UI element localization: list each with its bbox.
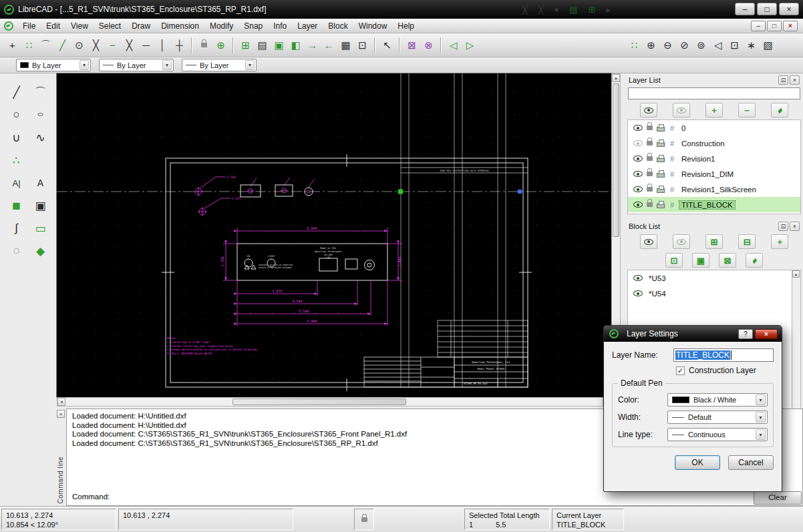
zoom-auto-icon[interactable]: ⊚ <box>693 37 709 53</box>
measure-tool-icon[interactable]: ▭ <box>31 219 51 238</box>
mdi-minimize-button[interactable]: – <box>751 21 766 31</box>
layer-print-icon[interactable] <box>657 142 665 147</box>
menu-modify[interactable]: Modify <box>204 19 238 33</box>
menu-layer[interactable]: Layer <box>292 19 323 33</box>
width-select[interactable]: Default ▾ <box>667 411 768 424</box>
scroll-up-icon[interactable]: ▴ <box>612 74 620 82</box>
block-row[interactable]: *U54 <box>628 286 800 301</box>
line-tool-icon[interactable]: ╱ <box>7 83 27 101</box>
snap-middle-icon[interactable]: ╳ <box>88 37 104 53</box>
menu-help[interactable]: Help <box>392 19 420 33</box>
toolbar-menu-icon[interactable]: ▾ <box>554 5 559 15</box>
snap-free-icon[interactable]: + <box>4 37 21 53</box>
print-preview-icon[interactable]: ⊡ <box>354 37 371 53</box>
grid-toggle-icon[interactable]: ∷ <box>626 37 643 53</box>
next-view-icon[interactable]: ▷ <box>462 37 478 53</box>
layer-hidden-icon[interactable] <box>633 140 643 146</box>
snap-intersection-icon[interactable]: ╳ <box>538 5 544 15</box>
save-drawing-icon[interactable]: ▣ <box>271 37 287 53</box>
modify-layer-button[interactable]: ▰ <box>771 103 788 117</box>
pen-linetype-select[interactable]: By Layer ▾ <box>182 59 257 71</box>
menu-dimension[interactable]: Dimension <box>156 19 204 33</box>
snap-endpoint-icon[interactable]: ⌒ <box>37 37 54 53</box>
zoom-in-icon[interactable]: ⊕ <box>643 37 659 53</box>
drawing-canvas[interactable]: ZONE REV DESCRIPTION DATE APPROVED ON LI… <box>57 73 611 397</box>
set-relative-zero-icon[interactable]: ⊕ <box>212 37 229 53</box>
layer-lock-icon[interactable] <box>647 156 653 161</box>
add-block-button[interactable]: + <box>771 234 788 249</box>
explode-icon[interactable]: ⊗ <box>420 37 437 53</box>
pen-color-select[interactable]: By Layer ▾ <box>16 59 91 71</box>
snap-distance-icon[interactable]: − <box>104 37 121 53</box>
cancel-button[interactable]: Cancel <box>728 455 774 470</box>
show-all-blocks-button[interactable] <box>640 234 657 249</box>
dialog-help-button[interactable]: ? <box>738 329 753 339</box>
layer-row[interactable]: # Revision1_DIM <box>628 166 800 182</box>
layer-row[interactable]: # Construction <box>628 136 800 151</box>
float-panel-icon[interactable]: ⊡ <box>778 222 788 231</box>
open-drawing-icon[interactable]: ▤ <box>254 37 271 53</box>
new-drawing-icon[interactable]: ⊞ <box>237 37 254 53</box>
construction-layer-checkbox[interactable]: ✓ <box>676 366 685 375</box>
curve-tool-icon[interactable]: ∪ <box>7 128 27 147</box>
freehand-tool-icon[interactable]: ∫ <box>7 219 27 238</box>
mdi-close-button[interactable]: × <box>783 21 798 31</box>
circle-tool-icon[interactable]: ○ <box>7 105 27 124</box>
close-panel-icon[interactable]: × <box>790 75 800 85</box>
scroll-up-icon[interactable]: ▴ <box>792 270 800 278</box>
draft-mode-icon[interactable]: ▧ <box>760 37 776 53</box>
edit-block-icon[interactable]: ⊠ <box>404 37 420 53</box>
snap-grid-icon[interactable]: ∷ <box>21 37 37 53</box>
layer-lock-icon[interactable] <box>647 141 653 146</box>
close-command-dock-icon[interactable]: × <box>57 410 65 418</box>
layer-construction-icon[interactable]: # <box>669 155 675 163</box>
layer-print-icon[interactable] <box>657 127 665 131</box>
command-prompt[interactable]: Command: <box>72 493 110 502</box>
restrict-vertical-icon[interactable]: │ <box>154 37 171 53</box>
mtext-tool-icon[interactable]: A <box>31 174 51 192</box>
layer-construction-icon[interactable]: # <box>669 170 675 178</box>
zoom-previous-icon[interactable]: ◁ <box>709 37 726 53</box>
text-tool-icon[interactable]: A| <box>7 174 27 192</box>
edit-block-button[interactable]: ⊡ <box>665 253 683 268</box>
menu-draw[interactable]: Draw <box>126 19 156 33</box>
rename-block-button[interactable]: ▰ <box>746 253 763 268</box>
menu-snap[interactable]: Snap <box>238 19 268 33</box>
block-visible-icon[interactable] <box>633 275 643 281</box>
spline-tool-icon[interactable]: ∿ <box>31 128 51 147</box>
layer-visible-icon[interactable] <box>633 186 643 192</box>
layer-print-icon[interactable] <box>657 173 665 178</box>
show-all-layers-button[interactable] <box>640 103 657 117</box>
layer-visible-icon[interactable] <box>633 156 643 162</box>
layer-construction-icon[interactable]: # <box>669 186 675 194</box>
selection-pointer-icon[interactable]: ↖ <box>379 37 395 53</box>
insert-block-button[interactable]: ⊠ <box>719 253 736 268</box>
save-block-button[interactable]: ▣ <box>692 253 709 268</box>
snap-middle-icon[interactable]: ╳ <box>522 5 528 15</box>
vertical-scroll-thumb[interactable] <box>613 83 619 237</box>
layer-row[interactable]: # 0 <box>628 120 800 136</box>
layer-lock-icon[interactable] <box>647 202 653 207</box>
layer-name-input[interactable]: TITLE_BLOCK <box>673 348 774 362</box>
snap-center-icon[interactable]: ⊙ <box>71 37 88 53</box>
layer-visible-icon[interactable] <box>633 125 643 131</box>
add-layer-button[interactable]: + <box>705 103 723 117</box>
zoom-redraw-icon[interactable]: ⊘ <box>676 37 693 53</box>
layer-construction-icon[interactable]: # <box>669 201 675 209</box>
lock-relative-zero-icon[interactable] <box>196 37 212 53</box>
block-visible-icon[interactable] <box>633 290 643 296</box>
dialog-titlebar[interactable]: Layer Settings ? × <box>604 326 782 342</box>
layer-construction-icon[interactable]: # <box>669 140 675 148</box>
scroll-left-icon[interactable]: ◂ <box>57 398 65 406</box>
layer-construction-icon[interactable]: # <box>669 124 675 132</box>
export-icon[interactable]: ← <box>321 37 337 53</box>
ellipse-tool-icon[interactable]: ○ <box>31 109 51 121</box>
grid-icon[interactable]: ⊞ <box>588 5 595 15</box>
leader-tool-icon[interactable]: ◌ <box>7 242 27 260</box>
layer-row[interactable]: # Revision1_SilkScreen <box>628 182 800 197</box>
remove-layer-button[interactable]: − <box>738 103 756 117</box>
remove-block-button[interactable]: ⊟ <box>738 234 756 249</box>
pen-width-select[interactable]: By Layer ▾ <box>99 59 174 71</box>
import-icon[interactable]: → <box>304 37 321 53</box>
layer-visible-icon[interactable] <box>633 202 643 208</box>
